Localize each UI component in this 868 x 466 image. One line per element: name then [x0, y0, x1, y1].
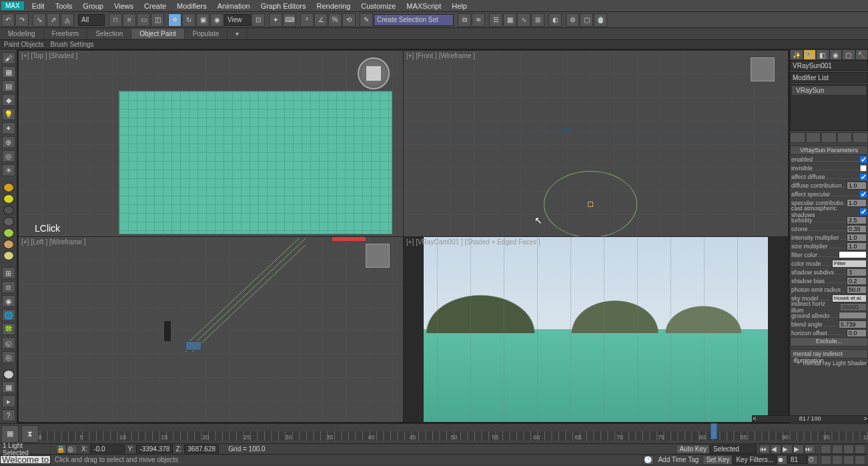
rollout-vraysun-params[interactable]: VRaySun Parameters: [790, 146, 868, 155]
timeline-track[interactable]: < 81 / 100 > 051015202530354045505560657…: [40, 427, 868, 441]
color-swatch-7[interactable]: [3, 251, 14, 260]
menu-animation[interactable]: Animation: [212, 1, 256, 11]
play-button[interactable]: ▶: [782, 445, 793, 454]
pin-stack-button[interactable]: [790, 132, 805, 143]
brush-tool-button[interactable]: 🖌: [2, 52, 15, 64]
help-tool-button[interactable]: ?: [2, 409, 15, 421]
coord-system-dropdown[interactable]: View: [224, 14, 251, 26]
param-blend-angle-spinner[interactable]: 5.739: [839, 320, 867, 328]
utilities-tab[interactable]: 🔨: [855, 49, 869, 60]
viewport-top[interactable]: [+] [Top ] [Shaded ] LClick: [19, 51, 403, 236]
current-frame-field[interactable]: 81: [787, 455, 807, 464]
viewcube-front[interactable]: [751, 57, 775, 81]
tool-button-8[interactable]: ◎: [2, 150, 15, 162]
modify-tab[interactable]: 🔧: [803, 49, 817, 60]
param-size-mult-spinner[interactable]: 1.0: [847, 242, 867, 250]
param-invisible-checkbox[interactable]: [860, 165, 867, 172]
menu-customize[interactable]: Customize: [356, 1, 401, 11]
light-tool-button[interactable]: 💡: [2, 108, 15, 120]
viewcube-top[interactable]: [358, 57, 390, 89]
mirror-button[interactable]: ⧉: [458, 13, 471, 27]
subribbon-paint-objects[interactable]: Paint Objects: [4, 41, 43, 48]
menu-rendering[interactable]: Rendering: [312, 1, 356, 11]
viewport-left-label[interactable]: [+] [Left ] [Wireframe ]: [21, 238, 85, 246]
curve-editor-button[interactable]: ∿: [517, 13, 530, 27]
sphere-preview[interactable]: [3, 370, 14, 379]
param-turbidity-spinner[interactable]: 2.5: [847, 216, 867, 224]
coord-y-field[interactable]: -3394.378: [136, 445, 173, 453]
param-ground-albedo-swatch[interactable]: [839, 312, 867, 319]
select-object-button[interactable]: □: [109, 13, 122, 27]
nav-maximize-button[interactable]: [855, 455, 865, 465]
tool-button-9[interactable]: ☀: [2, 164, 15, 176]
color-swatch-4[interactable]: [3, 217, 14, 226]
menu-views[interactable]: Views: [109, 1, 139, 11]
setkey-button[interactable]: Set Key: [703, 455, 733, 465]
tool-button-6[interactable]: ✦: [2, 122, 15, 134]
goto-end-button[interactable]: ⏭: [805, 445, 815, 454]
nav-orbit-button[interactable]: [843, 455, 854, 465]
viewport-front[interactable]: [+] [Front ] [Wireframe ] ↖: [404, 51, 788, 236]
show-end-result-button[interactable]: [806, 132, 821, 143]
menu-maxscript[interactable]: MAXScript: [401, 1, 446, 11]
prev-frame-button[interactable]: ◀: [771, 445, 781, 454]
render-setup-button[interactable]: ⚙: [566, 13, 579, 27]
window-crossing-button[interactable]: ◫: [151, 13, 164, 27]
param-shadow-bias-spinner[interactable]: 0.2: [847, 277, 867, 285]
menu-edit[interactable]: Edit: [27, 1, 50, 11]
lock-selection-button[interactable]: 🔒: [56, 445, 67, 454]
rotate-button[interactable]: ↻: [182, 13, 195, 27]
redo-button[interactable]: ↷: [15, 13, 29, 27]
layer-explorer-button[interactable]: ☰: [489, 13, 502, 27]
rendered-frame-button[interactable]: ▢: [580, 13, 593, 27]
tool-button-14[interactable]: 🍀: [2, 323, 15, 335]
grid-tool-button[interactable]: ⊞: [2, 267, 15, 279]
timetag-icon[interactable]: 🕐: [643, 455, 654, 465]
tool-button-4[interactable]: ◆: [2, 94, 15, 106]
param-enabled-checkbox[interactable]: [860, 156, 867, 163]
timeline-scrubber[interactable]: [711, 423, 717, 439]
selection-filter-dropdown[interactable]: All: [78, 14, 105, 26]
percent-snap-button[interactable]: %: [328, 13, 342, 27]
next-frame-button[interactable]: ▶: [793, 445, 804, 454]
tool-button-3[interactable]: ▤: [2, 80, 15, 92]
nav-walk-button[interactable]: [832, 455, 843, 465]
autokey-button[interactable]: Auto Key: [676, 445, 710, 454]
param-diffuse-contrib-spinner[interactable]: 1.0: [847, 182, 867, 190]
nav-pan-button[interactable]: [821, 455, 831, 465]
param-sky-model-dropdown[interactable]: Hosek et al.: [832, 294, 867, 302]
modifier-list-dropdown[interactable]: Modifier List: [790, 72, 868, 83]
move-button[interactable]: ✥: [168, 13, 181, 27]
ribbon-tab-freeform[interactable]: Freeform: [44, 29, 88, 39]
key-filters-button[interactable]: Key Filters...: [733, 455, 777, 465]
material-editor-button[interactable]: ◐: [548, 13, 562, 27]
time-config-button[interactable]: ⏱: [807, 455, 818, 465]
stack-item-vraysun[interactable]: VRaySun: [792, 86, 866, 95]
tool-button-2[interactable]: ▦: [2, 66, 15, 78]
pivot-button[interactable]: ⊡: [252, 13, 265, 27]
isolate-button[interactable]: ◎: [67, 445, 77, 454]
display-tab[interactable]: ▢: [842, 49, 855, 60]
ribbon-tab-selection[interactable]: Selection: [87, 29, 131, 39]
toggle-ribbon-button[interactable]: ▦: [503, 13, 516, 27]
menu-modifiers[interactable]: Modifiers: [171, 1, 212, 11]
nav-fov-button[interactable]: [855, 445, 865, 454]
timeline-range-arrow-right[interactable]: >: [864, 415, 867, 422]
tool-button-11[interactable]: ⧈: [2, 281, 15, 293]
tool-button-16[interactable]: ◎: [2, 351, 15, 363]
select-region-button[interactable]: ▭: [137, 13, 150, 27]
move-gizmo-x[interactable]: [332, 237, 366, 241]
param-affect-diffuse-checkbox[interactable]: [860, 174, 867, 180]
scale-button[interactable]: ▣: [196, 13, 209, 27]
viewport-left[interactable]: [+] [Left ] [Wireframe ]: [19, 237, 403, 423]
timeline-range-display[interactable]: < 81 / 100 >: [752, 415, 868, 423]
coord-x-field[interactable]: -0.0: [90, 445, 125, 453]
configure-sets-button[interactable]: [853, 132, 868, 143]
key-mode-button[interactable]: ⏺: [777, 455, 787, 465]
viewport-top-label[interactable]: [+] [Top ] [Shaded ]: [21, 52, 77, 59]
exclude-button[interactable]: Exclude...: [790, 337, 868, 346]
manipulate-button[interactable]: ✦: [269, 13, 282, 27]
palette-button[interactable]: ▦: [2, 381, 15, 393]
nav-zoom-extents-button[interactable]: [843, 445, 854, 454]
add-time-tag-button[interactable]: Add Time Tag: [654, 456, 703, 463]
